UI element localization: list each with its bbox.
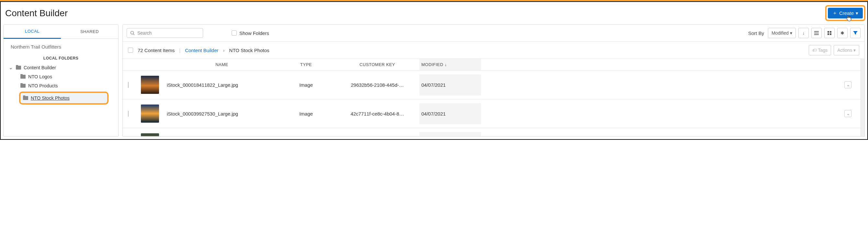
- page-title: Content Builder: [5, 8, 68, 19]
- row-type: Image: [277, 111, 335, 116]
- org-name: Northern Trail Outfitters: [4, 39, 118, 54]
- create-button[interactable]: ＋ Create ▾: [828, 8, 863, 19]
- main-panel: Search Show Folders Sort By Modified ▾ ↓: [122, 24, 865, 137]
- sidebar: LOCAL SHARED Northern Trail Outfitters L…: [3, 24, 119, 137]
- table-row[interactable]: iStock_000018411822_Large.jpgImage29632b…: [123, 71, 861, 99]
- search-input[interactable]: Search: [127, 28, 203, 38]
- row-name: iStock_000039927530_Large.jpg: [167, 111, 277, 116]
- search-icon: [130, 31, 135, 35]
- col-modified[interactable]: MODIFIED ↓: [420, 59, 481, 70]
- sort-by-label: Sort By: [748, 30, 764, 36]
- view-grid-button[interactable]: [824, 28, 835, 38]
- sort-direction-button[interactable]: ↓: [798, 28, 809, 38]
- view-list-button[interactable]: [811, 28, 822, 38]
- svg-rect-8: [830, 33, 831, 35]
- thumbnail: [141, 133, 159, 136]
- folder-icon: [23, 96, 28, 100]
- select-all-checkbox[interactable]: [128, 47, 133, 53]
- folders-heading: LOCAL FOLDERS: [4, 54, 118, 63]
- table-row[interactable]: iStock_000039927530_Large.jpgImage42c771…: [123, 99, 861, 128]
- filter-icon: [853, 31, 858, 35]
- cursor-icon: [846, 15, 852, 22]
- chevron-down-icon: ⌄: [847, 112, 849, 116]
- svg-rect-4: [814, 34, 819, 35]
- col-name[interactable]: NAME: [167, 62, 277, 67]
- settings-button[interactable]: ✱: [837, 28, 847, 38]
- folder-icon: [16, 66, 21, 70]
- svg-rect-5: [828, 31, 829, 33]
- folder-child[interactable]: NTO Products: [7, 81, 115, 90]
- caret-down-icon: ▾: [790, 30, 792, 36]
- row-modified: 04/07/2021: [420, 132, 481, 137]
- search-placeholder: Search: [137, 30, 152, 36]
- actions-dropdown[interactable]: Actions ▾: [834, 45, 859, 55]
- row-checkbox[interactable]: [128, 111, 129, 117]
- chevron-down-icon: ⌄: [847, 83, 849, 87]
- svg-rect-6: [830, 31, 831, 33]
- scrollbar[interactable]: [861, 59, 864, 136]
- show-folders-toggle[interactable]: Show Folders: [231, 30, 269, 36]
- thumbnail: [141, 105, 159, 123]
- chevron-down-icon: ⌄: [9, 65, 13, 70]
- svg-rect-7: [828, 33, 829, 35]
- breadcrumb-root[interactable]: Content Builder: [185, 47, 218, 53]
- row-key: 29632b56-2108-445d-…: [335, 82, 420, 88]
- tags-button[interactable]: 🏷 Tags: [809, 45, 831, 55]
- row-key: 42c7711f-ce8c-4b04-8…: [335, 111, 420, 116]
- row-name: iStock_000018411822_Large.jpg: [167, 82, 277, 88]
- tag-icon: 🏷: [812, 47, 817, 53]
- col-type[interactable]: TYPE: [277, 62, 335, 67]
- folder-root[interactable]: ⌄ Content Builder: [7, 63, 115, 72]
- svg-line-1: [133, 34, 135, 35]
- breadcrumb-current: NTO Stock Photos: [229, 47, 270, 53]
- row-modified: 04/07/2021: [420, 74, 481, 96]
- row-actions-button[interactable]: ⌄: [844, 81, 851, 88]
- checkbox-icon: [231, 30, 237, 36]
- arrow-down-icon: ↓: [445, 62, 447, 67]
- grid-icon: [828, 31, 831, 35]
- chevron-right-icon: ›: [223, 47, 225, 53]
- col-key[interactable]: CUSTOMER KEY: [335, 62, 420, 67]
- row-type: Image: [277, 82, 335, 88]
- list-icon: [814, 31, 819, 35]
- folder-icon: [21, 84, 26, 88]
- svg-rect-3: [814, 33, 819, 33]
- row-actions-button[interactable]: ⌄: [844, 110, 851, 117]
- gear-icon: ✱: [840, 30, 844, 36]
- table-row[interactable]: hiker.jpegImage2c032415-9845-438f-…04/07…: [123, 128, 861, 136]
- plus-icon: ＋: [832, 10, 837, 16]
- svg-rect-2: [814, 31, 819, 32]
- column-headers: NAME TYPE CUSTOMER KEY MODIFIED ↓: [123, 59, 861, 71]
- folder-child-selected[interactable]: NTO Stock Photos: [23, 95, 104, 101]
- row-modified: 04/07/2021: [420, 103, 481, 124]
- row-checkbox[interactable]: [128, 82, 129, 88]
- folder-child[interactable]: NTO Logos: [7, 72, 115, 81]
- sort-field-dropdown[interactable]: Modified ▾: [768, 28, 796, 38]
- tab-local[interactable]: LOCAL: [4, 25, 61, 39]
- caret-down-icon: ▾: [856, 10, 858, 16]
- caret-down-icon: ▾: [854, 47, 856, 53]
- arrow-down-icon: ↓: [803, 30, 805, 36]
- thumbnail: [141, 76, 159, 94]
- svg-point-0: [131, 31, 134, 34]
- tab-shared[interactable]: SHARED: [61, 25, 118, 38]
- item-count: 72 Content Items: [138, 47, 175, 53]
- filter-button[interactable]: [850, 28, 861, 38]
- folder-icon: [21, 75, 26, 79]
